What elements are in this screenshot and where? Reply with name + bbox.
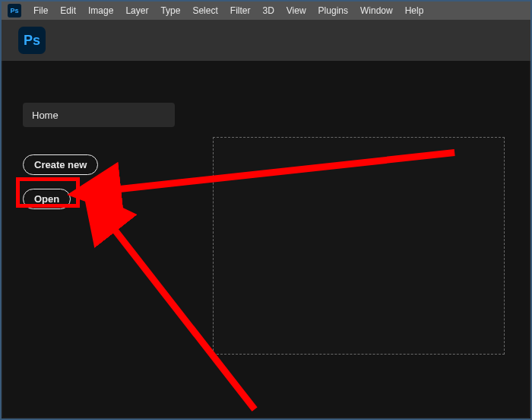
home-label: Home (32, 110, 59, 121)
menu-help[interactable]: Help (399, 5, 430, 16)
menu-edit[interactable]: Edit (54, 5, 82, 16)
open-button[interactable]: Open (23, 189, 71, 209)
drop-zone[interactable] (213, 137, 505, 355)
home-screen: Home Create new Open (3, 61, 529, 417)
menu-select[interactable]: Select (186, 5, 223, 16)
app-icon-small: Ps (8, 4, 21, 18)
menu-3d[interactable]: 3D (256, 5, 280, 16)
home-button[interactable]: Home (23, 103, 175, 127)
menu-filter[interactable]: Filter (224, 5, 257, 16)
menubar: Ps File Edit Image Layer Type Select Fil… (2, 2, 530, 20)
menu-plugins[interactable]: Plugins (312, 5, 354, 16)
menu-file[interactable]: File (27, 5, 54, 16)
app-logo: Ps (18, 27, 46, 54)
menu-view[interactable]: View (280, 5, 312, 16)
toolbar: Ps (2, 20, 530, 61)
menu-image[interactable]: Image (82, 5, 119, 16)
menu-window[interactable]: Window (354, 5, 399, 16)
menu-type[interactable]: Type (154, 5, 186, 16)
create-new-button[interactable]: Create new (23, 154, 98, 175)
menu-layer[interactable]: Layer (119, 5, 154, 16)
